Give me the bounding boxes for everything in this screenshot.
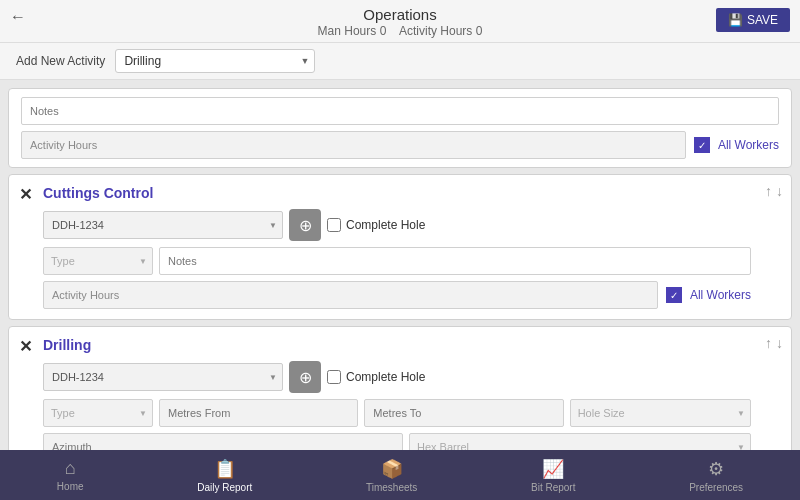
arrow-down-button-cuttings[interactable]: ↓ xyxy=(776,183,783,199)
type-select-wrapper-cuttings: Type ▼ xyxy=(43,247,153,275)
form-row-3-cuttings: Activity Hours ✓ All Workers xyxy=(43,281,751,309)
all-workers-link-cuttings[interactable]: All Workers xyxy=(690,288,751,302)
checkbox-checked-cuttings[interactable]: ✓ xyxy=(666,287,682,303)
ddh-select-cuttings[interactable]: DDH-1234 xyxy=(43,211,283,239)
preferences-label: Preferences xyxy=(689,482,743,493)
form-row-notes xyxy=(21,97,779,125)
cuttings-control-title: Cuttings Control xyxy=(43,185,751,201)
type-select-cuttings[interactable] xyxy=(43,247,153,275)
form-row-2-drilling: Type ▼ Hole Size ▼ xyxy=(43,399,751,427)
activity-hours-label-cuttings: Activity Hours xyxy=(43,281,658,309)
header-stats: Man Hours 0 Activity Hours 0 xyxy=(0,24,800,38)
daily-report-icon: 📋 xyxy=(214,458,236,480)
ddh-select-wrapper-cuttings: DDH-1234 ▼ xyxy=(43,211,283,239)
add-button-drilling[interactable]: ⊕ xyxy=(289,361,321,393)
hole-size-select[interactable] xyxy=(570,399,751,427)
back-button[interactable]: ← xyxy=(10,8,26,26)
card-arrows-cuttings: ↑ ↓ xyxy=(765,183,783,199)
close-button-drilling[interactable]: ✕ xyxy=(19,337,32,356)
type-select-wrapper-drilling: Type ▼ xyxy=(43,399,153,427)
save-icon: 💾 xyxy=(728,13,743,27)
save-button[interactable]: 💾 SAVE xyxy=(716,8,790,32)
metres-from-input[interactable] xyxy=(159,399,358,427)
page-title: Operations xyxy=(0,6,800,23)
form-row-1-drilling: DDH-1234 ▼ ⊕ Complete Hole xyxy=(43,361,751,393)
drilling-title: Drilling xyxy=(43,337,751,353)
preferences-icon: ⚙ xyxy=(708,458,724,480)
notes-input-top[interactable] xyxy=(21,97,779,125)
complete-hole-checkbox-drilling[interactable] xyxy=(327,370,341,384)
bit-report-label: Bit Report xyxy=(531,482,575,493)
home-icon: ⌂ xyxy=(65,458,76,479)
form-row-2-cuttings: Type ▼ xyxy=(43,247,751,275)
activity-row-top: Activity Hours ✓ All Workers xyxy=(21,131,779,159)
metres-to-input[interactable] xyxy=(364,399,563,427)
drilling-card: ✕ ↑ ↓ Drilling DDH-1234 ▼ ⊕ Complete Hol… xyxy=(8,326,792,470)
daily-report-label: Daily Report xyxy=(197,482,252,493)
form-row-1-cuttings: DDH-1234 ▼ ⊕ Complete Hole xyxy=(43,209,751,241)
add-button-cuttings[interactable]: ⊕ xyxy=(289,209,321,241)
arrow-up-button-cuttings[interactable]: ↑ xyxy=(765,183,772,199)
bit-report-icon: 📈 xyxy=(542,458,564,480)
all-workers-link-top[interactable]: All Workers xyxy=(718,138,779,152)
checkbox-checked-top[interactable]: ✓ xyxy=(694,137,710,153)
cuttings-control-card: ✕ ↑ ↓ Cuttings Control DDH-1234 ▼ ⊕ Comp… xyxy=(8,174,792,320)
close-button-cuttings[interactable]: ✕ xyxy=(19,185,32,204)
activity-select-wrapper: Drilling Cuttings Control Other ▼ xyxy=(115,49,315,73)
home-label: Home xyxy=(57,481,84,492)
complete-hole-checkbox-cuttings[interactable] xyxy=(327,218,341,232)
ddh-select-wrapper-drilling: DDH-1234 ▼ xyxy=(43,363,283,391)
add-activity-label: Add New Activity xyxy=(16,54,105,68)
hole-size-select-wrapper: Hole Size ▼ xyxy=(570,399,751,427)
nav-item-home[interactable]: ⌂ Home xyxy=(41,458,100,492)
nav-item-preferences[interactable]: ⚙ Preferences xyxy=(673,458,759,493)
timesheets-icon: 📦 xyxy=(381,458,403,480)
notes-input-cuttings[interactable] xyxy=(159,247,751,275)
nav-item-daily-report[interactable]: 📋 Daily Report xyxy=(181,458,268,493)
activity-hours-label-top: Activity Hours xyxy=(21,131,686,159)
type-select-drilling[interactable] xyxy=(43,399,153,427)
nav-item-timesheets[interactable]: 📦 Timesheets xyxy=(350,458,433,493)
complete-hole-cuttings[interactable]: Complete Hole xyxy=(327,218,425,232)
timesheets-label: Timesheets xyxy=(366,482,417,493)
header: ← Operations Man Hours 0 Activity Hours … xyxy=(0,0,800,43)
card-arrows-drilling: ↑ ↓ xyxy=(765,335,783,351)
ddh-select-drilling[interactable]: DDH-1234 xyxy=(43,363,283,391)
toolbar: Add New Activity Drilling Cuttings Contr… xyxy=(0,43,800,80)
activity-select[interactable]: Drilling Cuttings Control Other xyxy=(115,49,315,73)
content-area: Activity Hours ✓ All Workers ✕ ↑ ↓ Cutti… xyxy=(0,80,800,470)
bottom-nav: ⌂ Home 📋 Daily Report 📦 Timesheets 📈 Bit… xyxy=(0,450,800,500)
arrow-down-button-drilling[interactable]: ↓ xyxy=(776,335,783,351)
partial-card: Activity Hours ✓ All Workers xyxy=(8,88,792,168)
complete-hole-drilling[interactable]: Complete Hole xyxy=(327,370,425,384)
arrow-up-button-drilling[interactable]: ↑ xyxy=(765,335,772,351)
nav-item-bit-report[interactable]: 📈 Bit Report xyxy=(515,458,591,493)
